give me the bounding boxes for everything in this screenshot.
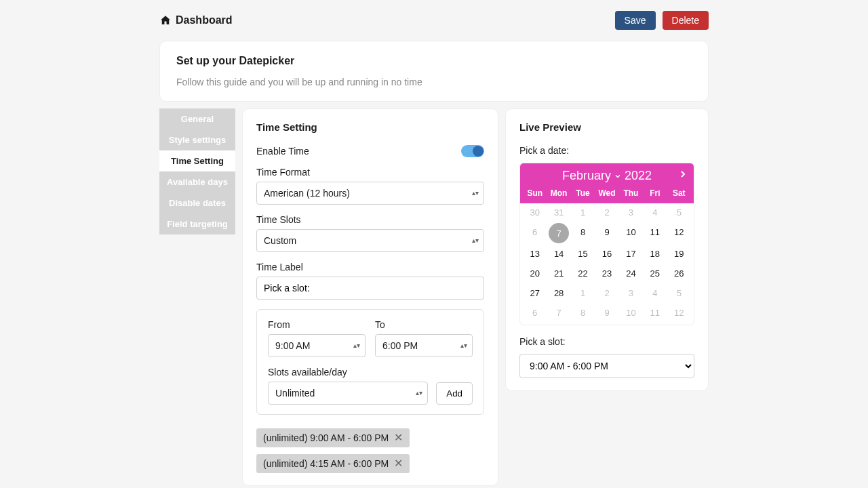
preview-panel: Live Preview Pick a date: February 2022 … — [505, 108, 709, 391]
calendar-day: 6 — [532, 227, 537, 237]
calendar-day: 3 — [629, 207, 633, 218]
slot-select[interactable]: 9:00 AM - 6:00 PM — [519, 354, 694, 378]
calendar-month-select[interactable]: February — [562, 169, 622, 183]
weekday-header: Wed — [595, 188, 618, 198]
weekday-header: Mon — [547, 188, 570, 198]
time-label-input[interactable] — [256, 277, 484, 300]
calendar-day[interactable]: 26 — [674, 268, 684, 279]
delete-button[interactable]: Delete — [663, 11, 709, 30]
time-format-label: Time Format — [256, 167, 484, 178]
preview-title: Live Preview — [519, 121, 694, 133]
weekday-header: Thu — [619, 188, 643, 198]
calendar-day: 7 — [557, 308, 561, 318]
intro-title: Set up your Datepicker — [176, 55, 692, 67]
calendar-day: 11 — [650, 308, 660, 318]
time-slots-label: Time Slots — [256, 214, 484, 225]
slots-avail-select[interactable]: Unlimited — [268, 382, 428, 405]
sidebar-item-style-settings[interactable]: Style settings — [159, 129, 235, 150]
calendar-day: 30 — [530, 207, 539, 218]
calendar-day[interactable]: 11 — [650, 227, 660, 237]
save-button[interactable]: Save — [615, 11, 656, 30]
from-select[interactable]: 9:00 AM — [268, 334, 366, 357]
calendar-day[interactable]: 7 — [549, 223, 569, 243]
pick-date-label: Pick a date: — [519, 145, 694, 156]
time-label-label: Time Label — [256, 262, 484, 272]
pick-slot-label: Pick a slot: — [519, 336, 694, 347]
calendar-day: 12 — [674, 308, 684, 318]
enable-time-toggle[interactable] — [461, 145, 484, 157]
chevron-right-icon[interactable] — [677, 169, 688, 180]
intro-subtitle: Follow this guide and you will be up and… — [176, 77, 692, 87]
calendar-day: 3 — [629, 288, 633, 298]
calendar-day: 10 — [626, 308, 635, 318]
time-slots-select[interactable]: Custom — [256, 229, 484, 252]
calendar-day[interactable]: 15 — [578, 249, 587, 259]
calendar-day[interactable]: 23 — [602, 268, 612, 279]
weekday-header: Sat — [667, 188, 691, 198]
settings-panel: Time Setting Enable Time Time Format Ame… — [242, 108, 498, 486]
weekday-header: Sun — [523, 188, 547, 198]
calendar-day[interactable]: 18 — [650, 249, 660, 259]
sidebar-item-field-targeting[interactable]: Field targeting — [159, 214, 235, 235]
from-label: From — [268, 319, 366, 330]
calendar-month: February — [562, 169, 611, 183]
weekday-header: Tue — [571, 188, 595, 198]
calendar-day: 1 — [580, 288, 585, 298]
calendar-day[interactable]: 12 — [674, 227, 684, 237]
sidebar-item-general[interactable]: General — [159, 108, 235, 129]
intro-card: Set up your Datepicker Follow this guide… — [159, 41, 709, 102]
chevron-down-icon — [614, 172, 622, 180]
calendar-day[interactable]: 19 — [674, 249, 684, 259]
calendar-day[interactable]: 22 — [578, 268, 587, 279]
calendar-day: 4 — [652, 288, 657, 298]
calendar-day[interactable]: 10 — [626, 227, 635, 237]
calendar-day[interactable]: 16 — [602, 249, 612, 259]
slot-chip-text: (unlimited) 9:00 AM - 6:00 PM — [263, 432, 389, 443]
calendar-day[interactable]: 24 — [626, 268, 635, 279]
close-icon[interactable]: ✕ — [394, 458, 403, 469]
calendar-day[interactable]: 14 — [554, 249, 564, 259]
brand[interactable]: Dashboard — [159, 14, 233, 26]
calendar-day[interactable]: 25 — [650, 268, 660, 279]
calendar-day: 9 — [604, 308, 609, 318]
calendar-day: 6 — [532, 308, 537, 318]
calendar-day[interactable]: 21 — [554, 268, 564, 279]
calendar-day: 1 — [580, 207, 585, 218]
home-icon — [159, 14, 172, 26]
to-select[interactable]: 6:00 PM — [375, 334, 473, 357]
sidebar: GeneralStyle settingsTime SettingAvailab… — [159, 108, 235, 235]
calendar-day[interactable]: 27 — [530, 288, 539, 298]
time-format-select[interactable]: American (12 hours) — [256, 182, 484, 205]
slot-chip: (unlimited) 4:15 AM - 6:00 PM✕ — [256, 454, 410, 473]
calendar-day: 31 — [554, 207, 564, 218]
calendar-year[interactable]: 2022 — [625, 169, 652, 183]
sidebar-item-time-setting[interactable]: Time Setting — [159, 150, 235, 171]
calendar-day: 4 — [652, 207, 657, 218]
slot-chip-text: (unlimited) 4:15 AM - 6:00 PM — [263, 458, 389, 469]
slots-avail-label: Slots available/day — [268, 367, 428, 378]
calendar: February 2022 SunMonTueWedThuFriSat 3031… — [519, 163, 694, 325]
calendar-day: 8 — [580, 308, 585, 318]
brand-title: Dashboard — [176, 14, 233, 26]
sidebar-item-disable-dates[interactable]: Disable dates — [159, 192, 235, 214]
calendar-day: 2 — [604, 207, 609, 218]
calendar-day[interactable]: 20 — [530, 268, 539, 279]
calendar-day: 2 — [604, 288, 609, 298]
calendar-day[interactable]: 28 — [554, 288, 564, 298]
calendar-day: 5 — [677, 288, 682, 298]
add-button[interactable]: Add — [436, 382, 473, 405]
calendar-day: 5 — [677, 207, 682, 218]
close-icon[interactable]: ✕ — [394, 432, 403, 443]
calendar-day[interactable]: 8 — [580, 227, 585, 237]
calendar-day[interactable]: 17 — [626, 249, 635, 259]
weekday-header: Fri — [643, 188, 667, 198]
enable-time-label: Enable Time — [256, 146, 309, 157]
sidebar-item-available-days[interactable]: Available days — [159, 171, 235, 192]
calendar-day[interactable]: 13 — [530, 249, 539, 259]
slot-chip: (unlimited) 9:00 AM - 6:00 PM✕ — [256, 428, 410, 447]
calendar-day[interactable]: 9 — [604, 227, 609, 237]
to-label: To — [375, 319, 473, 330]
settings-title: Time Setting — [256, 121, 484, 133]
